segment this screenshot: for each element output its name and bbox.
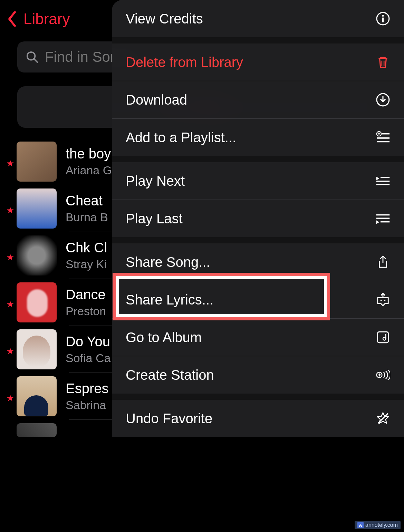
menu-label: Add to a Playlist... [126, 130, 236, 145]
song-artist: Preston [66, 304, 106, 318]
album-art [17, 282, 57, 322]
broadcast-icon [376, 368, 390, 382]
song-title: the boy [66, 146, 112, 162]
context-menu: View Credits Delete from Library Downloa… [112, 0, 404, 437]
song-artist: Sofia Ca [66, 351, 110, 365]
favorite-star-icon: ★ [3, 252, 17, 263]
menu-play-last[interactable]: Play Last [112, 200, 404, 237]
favorite-star-icon: ★ [3, 205, 17, 216]
song-artist: Stray Ki [66, 258, 107, 271]
menu-view-credits[interactable]: View Credits [112, 0, 404, 37]
menu-play-next[interactable]: Play Next [112, 162, 404, 200]
share-icon [376, 255, 390, 269]
back-button[interactable] [7, 10, 17, 28]
trash-icon [376, 55, 390, 69]
favorite-star-icon: ★ [3, 393, 17, 404]
header-title[interactable]: Library [23, 10, 70, 28]
album-art [17, 142, 57, 182]
album-art [17, 423, 57, 437]
album-art [17, 329, 57, 369]
song-artist: Ariana G [66, 164, 112, 177]
favorite-star-icon: ★ [3, 299, 17, 310]
menu-undo-favorite[interactable]: Undo Favorite [112, 400, 404, 437]
unfavorite-star-icon [376, 411, 390, 426]
now-playing-icon [30, 403, 48, 411]
album-icon [376, 330, 390, 345]
song-artist: Sabrina [66, 398, 109, 412]
album-art [17, 188, 57, 229]
menu-label: Share Lyrics... [126, 292, 213, 308]
song-title: Do You [66, 334, 110, 349]
watermark: Aannotely.com [355, 521, 401, 529]
menu-go-to-album[interactable]: Go to Album [112, 319, 404, 356]
svg-rect-4 [382, 18, 384, 22]
share-lyrics-icon [376, 292, 390, 307]
download-icon [376, 93, 390, 107]
svg-point-0 [27, 52, 35, 60]
menu-share-lyrics[interactable]: Share Lyrics... [112, 281, 404, 318]
song-title: Chk Cl [66, 240, 107, 255]
menu-label: Undo Favorite [126, 411, 212, 426]
song-artist: Burna B [66, 211, 108, 224]
menu-add-to-playlist[interactable]: Add to a Playlist... [112, 119, 404, 156]
menu-label: Delete from Library [126, 55, 243, 70]
song-title: Dance [66, 287, 106, 302]
menu-label: Share Song... [126, 254, 210, 270]
song-title: Cheat [66, 193, 108, 209]
menu-create-station[interactable]: Create Station [112, 356, 404, 394]
play-next-icon [376, 174, 390, 188]
menu-label: Go to Album [126, 330, 202, 345]
menu-label: Play Next [126, 173, 185, 189]
album-art [17, 376, 57, 416]
svg-rect-18 [377, 332, 388, 343]
menu-share-song[interactable]: Share Song... [112, 243, 404, 281]
menu-label: Play Last [126, 211, 183, 226]
menu-label: View Credits [126, 11, 203, 27]
menu-label: Download [126, 92, 187, 108]
song-title: Espres [66, 381, 109, 396]
album-art [17, 235, 57, 275]
info-icon [376, 11, 390, 26]
add-to-playlist-icon [376, 130, 390, 145]
favorite-star-icon: ★ [3, 158, 17, 169]
chevron-left-icon [8, 11, 17, 27]
menu-download[interactable]: Download [112, 81, 404, 118]
favorite-star-icon: ★ [3, 346, 17, 357]
menu-delete-from-library[interactable]: Delete from Library [112, 43, 404, 81]
menu-label: Create Station [126, 367, 214, 383]
play-last-icon [376, 211, 390, 226]
svg-line-1 [35, 59, 38, 62]
search-icon [26, 50, 39, 64]
svg-point-3 [382, 15, 384, 17]
